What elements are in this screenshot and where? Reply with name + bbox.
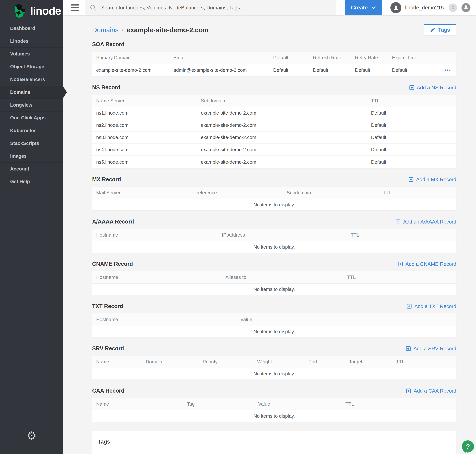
table-cell: example-site-demo-2.com xyxy=(201,159,371,165)
plus-box-icon xyxy=(407,304,412,309)
add-mx-record-link[interactable]: Add a MX Record xyxy=(409,177,456,182)
plus-box-icon xyxy=(406,388,411,393)
mx-table: Mail ServerPreferenceSubdomainTTLNo item… xyxy=(92,187,456,211)
menu-hamburger-icon[interactable] xyxy=(71,4,79,11)
section-title-ns: NS Record xyxy=(92,84,120,91)
record-section-cname: CNAME RecordAdd a CNAME RecordHostnameAl… xyxy=(92,261,456,295)
sidebar-item-longview[interactable]: Longview xyxy=(0,98,63,111)
table-cell: example-site-demo-2.com xyxy=(201,122,371,128)
plus-box-icon xyxy=(409,177,414,182)
column-header: Subdomain xyxy=(287,190,383,196)
top-bar: Create linode_demo215 0 xyxy=(63,0,476,15)
edit-tags-button[interactable]: Tags xyxy=(424,24,456,35)
table-cell: Default xyxy=(371,122,452,128)
add-ns-record-link[interactable]: Add a NS Record xyxy=(409,85,456,91)
tags-panel: Tags + Add New Tag xyxy=(92,431,456,454)
column-header: Subdomain xyxy=(201,98,371,104)
a-aaaa-table-header: HostnameIP AddressTTL xyxy=(92,229,456,241)
a-aaaa-table: HostnameIP AddressTTLNo items to display… xyxy=(92,229,456,253)
sidebar-item-dashboard[interactable]: Dashboard xyxy=(0,22,63,35)
notifications-bell-button[interactable] xyxy=(461,3,470,12)
breadcrumb-domains-link[interactable]: Domains xyxy=(92,26,119,34)
record-section-soa: SOA RecordPrimary DomainEmailDefault TTL… xyxy=(92,41,456,76)
column-header: TTL xyxy=(396,359,452,364)
srv-table-header: NameDomainPriorityWeightPortTargetTTL xyxy=(92,356,456,368)
global-search xyxy=(85,0,336,15)
column-header: Mail Server xyxy=(96,190,193,196)
add-txt-record-link[interactable]: Add a TXT Record xyxy=(407,303,456,309)
column-header: Port xyxy=(308,359,349,364)
sidebar-item-nodebalancers[interactable]: NodeBalancers xyxy=(0,73,63,86)
soa-table: Primary DomainEmailDefault TTLRefresh Ra… xyxy=(92,52,456,76)
add-link-label: Add an A/AAAA Record xyxy=(403,219,456,225)
section-title-srv: SRV Record xyxy=(92,345,124,352)
column-header: Preference xyxy=(193,190,287,196)
username-label[interactable]: linode_demo215 xyxy=(405,5,444,11)
sidebar-item-linodes[interactable]: Linodes xyxy=(0,35,63,47)
table-cell: ns2.linode.com xyxy=(96,122,201,128)
txt-table-header: HostnameValueTTL xyxy=(92,313,456,326)
sidebar-item-domains[interactable]: Domains xyxy=(0,86,63,98)
mx-table-header: Mail ServerPreferenceSubdomainTTL xyxy=(92,187,456,199)
add-a-aaaa-record-link[interactable]: Add an A/AAAA Record xyxy=(396,219,456,225)
caa-table-header: NameTagValueTTL xyxy=(92,398,456,410)
table-row: ns3.linode.comexample-site-demo-2.comDef… xyxy=(92,132,456,144)
table-cell: ns3.linode.com xyxy=(96,135,201,140)
search-input[interactable] xyxy=(101,5,331,11)
sidebar-item-account[interactable]: Account xyxy=(0,162,63,175)
add-caa-record-link[interactable]: Add a CAA Record xyxy=(406,388,456,394)
linode-logo[interactable]: linode xyxy=(0,0,63,22)
section-head-cname: CNAME RecordAdd a CNAME Record xyxy=(92,261,456,267)
section-title-caa: CAA Record xyxy=(92,388,124,394)
add-link-label: Add a MX Record xyxy=(416,177,456,182)
empty-state-row: No items to display. xyxy=(92,284,456,295)
sidebar-item-images[interactable]: Images xyxy=(0,150,63,162)
column-header: Name xyxy=(96,359,146,364)
table-row: ns5.linode.comexample-site-demo-2.comDef… xyxy=(92,156,456,168)
column-header: Expire Time xyxy=(392,55,452,61)
user-avatar[interactable] xyxy=(390,2,402,13)
create-button-label: Create xyxy=(351,5,368,11)
sidebar-item-object-storage[interactable]: Object Storage xyxy=(0,60,63,73)
table-cell: Default xyxy=(313,67,355,73)
table-cell: Default xyxy=(392,67,452,73)
section-head-soa: SOA Record xyxy=(92,41,456,47)
pencil-icon xyxy=(430,27,435,33)
sidebar-item-volumes[interactable]: Volumes xyxy=(0,47,63,60)
row-actions-menu-icon[interactable]: ••• xyxy=(445,68,451,73)
column-header: Tag xyxy=(187,401,258,407)
breadcrumb: Domains / example-site-demo-2.com xyxy=(92,26,209,34)
theme-gear-icon[interactable]: ⚙ xyxy=(0,430,63,441)
sidebar-item-kubernetes[interactable]: Kubernetes xyxy=(0,124,63,137)
add-srv-record-link[interactable]: Add a SRV Record xyxy=(406,346,456,351)
empty-state-text: No items to display. xyxy=(253,329,295,334)
sidebar-item-get-help[interactable]: Get Help xyxy=(0,175,63,188)
empty-state-text: No items to display. xyxy=(253,202,295,208)
empty-state-text: No items to display. xyxy=(253,244,295,250)
table-cell: Default xyxy=(273,67,313,73)
empty-state-text: No items to display. xyxy=(253,413,295,419)
help-beacon-button[interactable]: ? xyxy=(461,440,475,453)
cname-table: HostnameAliases toTTLNo items to display… xyxy=(92,271,456,295)
add-cname-record-link[interactable]: Add a CNAME Record xyxy=(398,261,456,267)
section-head-mx: MX RecordAdd a MX Record xyxy=(92,176,456,182)
bell-icon xyxy=(463,5,469,10)
plus-box-icon xyxy=(398,262,403,266)
page-title: example-site-demo-2.com xyxy=(127,26,209,34)
create-button[interactable]: Create xyxy=(345,0,382,15)
column-header: IP Address xyxy=(222,232,351,238)
linode-logo-icon xyxy=(13,4,26,18)
add-link-label: Add a NS Record xyxy=(417,85,456,91)
sidebar-item-one-click-apps[interactable]: One-Click Apps xyxy=(0,111,63,124)
domain-detail-page: Domains / example-site-demo-2.com Tags S… xyxy=(63,15,476,454)
table-cell: Default xyxy=(371,147,452,152)
table-cell: ns4.linode.com xyxy=(96,147,201,152)
breadcrumb-row: Domains / example-site-demo-2.com Tags xyxy=(92,24,456,35)
edit-tags-button-label: Tags xyxy=(438,27,450,33)
caa-table: NameTagValueTTLNo items to display. xyxy=(92,398,456,422)
column-header: Value xyxy=(258,401,345,407)
sidebar-item-stackscripts[interactable]: StackScripts xyxy=(0,137,63,150)
table-cell: Default xyxy=(371,110,452,116)
record-section-mx: MX RecordAdd a MX RecordMail ServerPrefe… xyxy=(92,176,456,211)
add-link-label: Add a CNAME Record xyxy=(405,261,456,267)
